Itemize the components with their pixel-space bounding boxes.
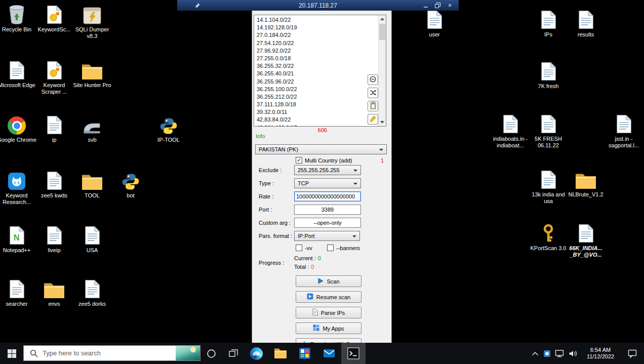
desktop-icon-site-hunter-pro[interactable]: Site Hunter Pro [72,59,112,89]
action-center-icon[interactable] [622,349,643,358]
my-apps-button[interactable]: My Apps [296,322,361,334]
desktop-icon-microsoft-edge[interactable]: Microsoft Edge [0,59,36,89]
desktop-icon-google-chrome[interactable]: Google Chrome [0,113,36,143]
clock-date: 11/12/2022 [579,353,622,360]
scroll-thumb[interactable] [379,24,385,40]
ip-range-item[interactable]: 36.255.100.0/22 [255,86,377,93]
ip-range-list[interactable]: 14.1.104.0/2214.192.128.0/1927.0.184.0/2… [254,15,386,127]
info-label: Info [256,133,265,139]
desktop-icon-svb[interactable]: svb [72,113,112,143]
volume-icon[interactable] [566,350,579,357]
custom-arg-input[interactable] [294,218,361,228]
desktop-icon-7k-fresh[interactable]: 7K fresh [529,60,568,90]
paste-button[interactable] [368,101,378,111]
system-tray: 6:54 AM 11/12/2022 [530,343,644,364]
pars-format-select[interactable]: IP:Port [294,231,360,241]
ip-range-item[interactable]: 37.111.128.0/18 [255,101,377,108]
ip-range-item[interactable]: 27.54.120.0/22 [255,39,377,47]
ip-range-item[interactable]: 36.255.40.0/21 [255,70,377,77]
taskbar-console-icon[interactable] [341,343,366,364]
multi-country-checkbox[interactable] [296,157,302,164]
scan-button[interactable]: Scan [296,275,361,287]
desktop-icon-zee5-dorks[interactable]: zee5 dorks [72,277,112,307]
desktop-icon-5k-fresh[interactable]: 5K FRESH 06.11.22 [529,112,568,148]
desktop-icon-keywordsc[interactable]: KeywordSc... [34,3,74,33]
ip-range-item[interactable]: 42.83.84.0/22 [255,116,377,124]
network-icon[interactable] [553,349,566,357]
document-icon [47,169,62,190]
desktop-icon-indiaboats[interactable]: indiaboats.in - indiaboat... [491,112,530,148]
ip-range-item[interactable]: 36.255.96.0/22 [255,78,377,86]
tray-app-icon[interactable] [541,350,553,357]
desktop-icon-jsst[interactable]: jsst.in - sagportal.l... [604,112,643,148]
minimize-button[interactable] [421,2,430,9]
parse-ips-button[interactable]: Parse IPs [296,307,361,318]
desktop-icon-envs[interactable]: envs [34,277,74,307]
desktop-icon-usa[interactable]: USA [72,224,112,254]
desktop-icon-results[interactable]: results [566,8,606,38]
desktop-icon-liveip[interactable]: liveip [34,224,74,254]
list-scrollbar[interactable] [378,15,386,126]
clock-time: 6:54 AM [579,347,622,353]
desktop-icon-keyword-scraper[interactable]: Keyword Scraper ... [34,59,74,95]
ip-range-item[interactable]: 36.255.32.0/22 [255,62,377,70]
taskbar-mail-icon[interactable] [317,343,341,364]
edit-button[interactable] [368,114,378,125]
ip-range-item[interactable]: 27.96.92.0/22 [255,47,377,55]
desktop-icon-ip[interactable]: ip [34,113,74,143]
taskbar-edge-icon[interactable] [244,343,268,364]
desktop-icon-label: IPs [544,31,552,38]
resume-scan-button[interactable]: Resume scan [296,291,361,303]
taskbar-grid-app-icon[interactable] [293,343,317,364]
desktop-icon-zee5-kwds[interactable]: zee5 kwds [34,169,74,199]
ip-range-item[interactable]: 27.0.184.0/22 [255,31,377,39]
pin-icon[interactable] [194,3,200,9]
shuffle-button[interactable] [368,88,378,98]
desktop-icon-keyword-research[interactable]: Keyword Research... [0,169,36,205]
ip-range-item[interactable]: 27.255.0.0/18 [255,55,377,62]
ip-range-item[interactable]: 43.201.128.0/17 [255,124,377,127]
close-button[interactable]: × [446,2,454,9]
desktop-icon-tool[interactable]: TOOL [72,169,112,199]
sqli-app-icon [83,3,101,24]
taskbar-explorer-icon[interactable] [268,343,293,364]
desktop-icon-kportscan[interactable]: KPortScan 3.0 [529,222,568,252]
exclude-select[interactable]: 255.255.255.255 [294,165,361,175]
desktop-icon-notepad-plus-plus[interactable]: NNotepad++ [0,224,36,254]
desktop-icon-ips[interactable]: IPs [529,8,568,38]
desktop-icon-13k-india-usa[interactable]: 13k india and usa [529,168,568,204]
document-icon [9,59,25,80]
cortana-button[interactable] [200,343,222,364]
ip-range-item[interactable]: 14.192.128.0/19 [255,24,377,31]
taskbar-search-box[interactable]: Type here to search [23,345,200,361]
ip-range-item[interactable]: 36.255.212.0/22 [255,93,377,101]
ip-range-item[interactable]: 39.32.0.0/11 [255,108,377,116]
desktop-icon-nlbrute[interactable]: NLBrute_V1.2 [566,168,606,198]
desktop-icon-66k-india[interactable]: 66K_INDIA... _BY_@VO... [566,222,606,258]
port-input[interactable] [294,205,361,215]
country-select[interactable]: PAKISTAN (PK) [255,144,387,154]
restore-button[interactable] [433,2,442,9]
brush-icon [370,115,376,123]
type-select[interactable]: TCP [294,178,361,188]
scroll-up-icon[interactable] [379,15,386,23]
search-highlight-image[interactable] [176,346,200,360]
desktop-icon-searcher[interactable]: searcher [0,277,36,307]
taskbar-clock[interactable]: 6:54 AM 11/12/2022 [579,347,622,360]
desktop-icon-sqli-dumper[interactable]: SQLi Dumper v8.3 [72,3,112,39]
banners-checkbox[interactable] [327,245,334,251]
desktop-icon-user[interactable]: user [415,8,454,38]
task-view-button[interactable] [222,343,244,364]
tray-chevron-up-icon[interactable] [530,351,541,356]
rate-input[interactable] [294,191,361,201]
desktop-icon-ip-tool[interactable]: IP-TOOL [149,113,188,143]
vv-checkbox[interactable] [296,245,302,251]
remove-range-button[interactable] [368,74,378,85]
document-icon [578,8,594,29]
desktop-icon-recycle-bin[interactable]: Recycle Bin [0,3,36,33]
ip-range-item[interactable]: 14.1.104.0/22 [255,16,377,24]
rdp-connection-bar[interactable]: 20.187.118.27 × [177,0,459,11]
desktop-icon-bot[interactable]: bot [111,169,150,199]
start-button[interactable] [0,343,23,364]
scroll-down-icon[interactable] [379,118,386,126]
